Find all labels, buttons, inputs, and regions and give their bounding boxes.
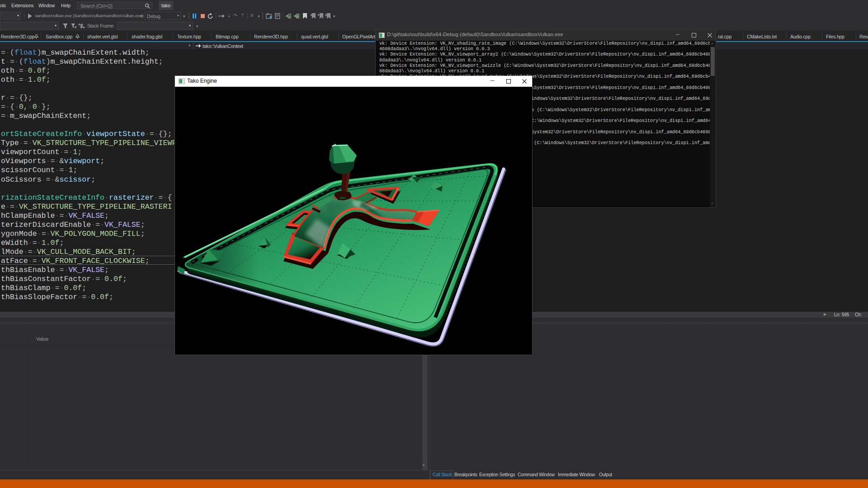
svg-text:?: ? xyxy=(296,15,298,19)
